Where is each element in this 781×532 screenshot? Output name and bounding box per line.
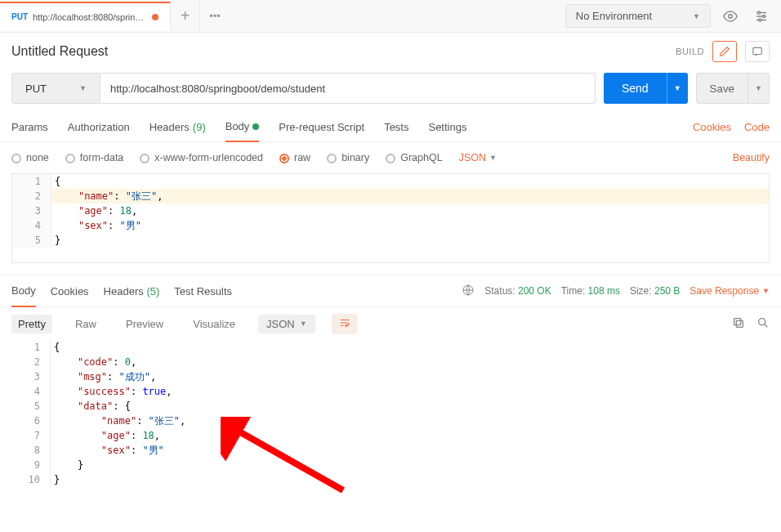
radio-icon [327, 154, 337, 163]
edit-button[interactable] [712, 41, 737, 62]
tab-body-label: Body [225, 120, 250, 132]
bodytype-none[interactable]: none [11, 152, 49, 163]
view-visualize[interactable]: Visualize [186, 315, 242, 333]
save-button[interactable]: Save [696, 73, 748, 104]
send-dropdown[interactable]: ▼ [667, 73, 688, 104]
method-value: PUT [25, 83, 47, 95]
tab-params[interactable]: Params [11, 113, 48, 142]
chevron-down-icon: ▼ [489, 154, 497, 162]
view-raw[interactable]: Raw [69, 315, 103, 333]
tab-settings[interactable]: Settings [428, 113, 466, 142]
response-body-viewer[interactable]: 1{ 2 "code": 0, 3 "msg": "成功", 4 "succes… [0, 340, 781, 503]
tab-authorization[interactable]: Authorization [68, 113, 130, 142]
bodytype-urlencoded[interactable]: x-www-form-urlencoded [140, 152, 263, 163]
response-tab-body[interactable]: Body [11, 275, 36, 307]
svg-rect-9 [736, 320, 743, 327]
copy-icon [732, 316, 745, 329]
radio-icon [386, 154, 395, 163]
tab-title: http://localhost:8080/springbo... [33, 12, 147, 22]
code-link[interactable]: Code [744, 121, 770, 133]
environment-label: No Environment [576, 10, 652, 22]
top-tab-bar: PUT http://localhost:8080/springbo... + … [0, 0, 781, 33]
chevron-down-icon: ▼ [674, 84, 681, 92]
response-tab-headers[interactable]: Headers (5) [104, 275, 160, 307]
size-value: 250 B [654, 285, 680, 297]
body-indicator-dot-icon [252, 123, 259, 130]
save-response-label: Save Response [690, 285, 759, 297]
tab-tests[interactable]: Tests [384, 113, 408, 142]
svg-point-5 [763, 15, 765, 17]
response-tab-tests[interactable]: Test Results [174, 275, 232, 307]
chevron-down-icon: ▼ [762, 287, 770, 295]
view-pretty[interactable]: Pretty [11, 315, 52, 333]
chevron-down-icon: ▼ [79, 84, 87, 92]
url-input[interactable] [100, 73, 596, 104]
raw-type-label: JSON [459, 152, 486, 163]
bodytype-binary[interactable]: binary [327, 152, 369, 163]
sliders-icon [754, 9, 769, 24]
environment-preview-button[interactable] [719, 5, 742, 28]
wrap-lines-button[interactable] [332, 314, 358, 334]
cookies-link[interactable]: Cookies [693, 121, 731, 133]
tab-body[interactable]: Body [225, 113, 260, 142]
request-tab[interactable]: PUT http://localhost:8080/springbo... [0, 2, 171, 31]
response-tab-headers-count: (5) [146, 285, 159, 297]
response-format-label: JSON [266, 318, 295, 330]
status-label: Status: [484, 285, 515, 297]
response-tab-cookies[interactable]: Cookies [51, 275, 89, 307]
bodytype-formdata[interactable]: form-data [65, 152, 124, 163]
send-button[interactable]: Send [604, 73, 667, 104]
radio-checked-icon [279, 154, 289, 163]
svg-point-4 [758, 11, 761, 14]
search-response-button[interactable] [756, 316, 770, 332]
chevron-down-icon: ▼ [300, 320, 307, 328]
build-label: BUILD [676, 47, 704, 56]
request-tabs: Params Authorization Headers (9) Body Pr… [0, 113, 781, 142]
tab-headers-count: (9) [193, 121, 206, 133]
chevron-down-icon: ▼ [693, 12, 700, 20]
request-name[interactable]: Untitled Request [11, 44, 108, 59]
bodytype-raw[interactable]: raw [279, 152, 310, 163]
tab-headers-label: Headers [150, 121, 190, 133]
body-type-row: none form-data x-www-form-urlencoded raw… [0, 142, 781, 173]
chevron-down-icon: ▼ [755, 84, 762, 92]
radio-icon [11, 154, 21, 163]
comment-icon [752, 46, 763, 57]
wrap-icon [338, 317, 351, 329]
environment-settings-button[interactable] [750, 5, 773, 28]
eye-icon [723, 9, 738, 24]
comments-button[interactable] [745, 41, 770, 62]
request-body-editor[interactable]: 1{ 2 "name": "张三", 3 "age": 18, 4 "sex":… [11, 173, 770, 263]
url-row: PUT ▼ Send ▼ Save ▼ [0, 70, 781, 106]
save-response-button[interactable]: Save Response ▼ [690, 285, 770, 297]
environment-select[interactable]: No Environment ▼ [565, 4, 711, 28]
method-select[interactable]: PUT ▼ [11, 73, 100, 104]
tab-overflow-button[interactable]: ••• [200, 2, 230, 31]
tab-prerequest[interactable]: Pre-request Script [279, 113, 364, 142]
response-tabs-row: Body Cookies Headers (5) Test Results St… [0, 275, 781, 307]
beautify-button[interactable]: Beautify [733, 152, 770, 163]
status-value: 200 OK [518, 285, 551, 297]
response-tab-headers-label: Headers [104, 285, 144, 297]
svg-point-6 [759, 19, 761, 21]
new-tab-button[interactable]: + [171, 2, 200, 31]
svg-line-12 [765, 324, 768, 327]
search-icon [756, 316, 770, 329]
globe-icon[interactable] [462, 284, 475, 299]
tab-method-badge: PUT [11, 12, 28, 21]
raw-type-select[interactable]: JSON ▼ [459, 152, 497, 163]
request-name-row: Untitled Request BUILD [0, 33, 781, 70]
size-label: Size: [630, 285, 652, 297]
bodytype-graphql[interactable]: GraphQL [386, 152, 442, 163]
unsaved-dot-icon [152, 14, 158, 20]
tab-headers[interactable]: Headers (9) [150, 113, 206, 142]
svg-point-11 [759, 318, 765, 324]
view-preview[interactable]: Preview [119, 315, 170, 333]
time-label: Time: [561, 285, 586, 297]
svg-rect-10 [734, 318, 741, 324]
save-dropdown[interactable]: ▼ [748, 73, 770, 104]
pencil-icon [719, 46, 730, 57]
radio-icon [140, 154, 150, 163]
copy-response-button[interactable] [732, 316, 745, 332]
response-format-select[interactable]: JSON ▼ [258, 315, 315, 333]
